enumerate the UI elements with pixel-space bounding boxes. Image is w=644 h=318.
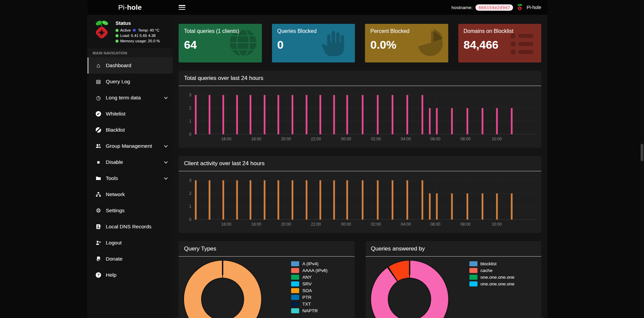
legend-item-any[interactable]: ANY [291, 275, 327, 280]
x-tick-label: 22:00 [311, 137, 321, 141]
legend-swatch [291, 295, 299, 300]
legend-item-aaaa-ipv6[interactable]: AAAA (IPv6) [291, 268, 327, 273]
sidebar-item-label: Logout [106, 240, 122, 246]
legend-swatch [469, 281, 477, 286]
sidebar-item-donate[interactable]: Donate [87, 251, 173, 267]
bar [466, 108, 468, 134]
sidebar-item-disable[interactable]: ■Disable [87, 154, 173, 170]
bar [362, 95, 363, 134]
sidebar-item-query-log[interactable]: ▤Query Log [87, 74, 173, 90]
queries-answered-by-legend: blocklistcacheone.one.one.oneone.one.one… [469, 261, 514, 318]
hostname-badge: 666154e2d947 [475, 4, 513, 11]
sidebar-item-label: Help [106, 272, 117, 278]
navbar: hostname: 666154e2d947 Pi-hole [173, 0, 547, 15]
legend-item-blocklist[interactable]: blocklist [469, 261, 514, 266]
stat-card-percent-blocked: Percent Blocked0.0% [365, 24, 448, 62]
bar [306, 180, 308, 220]
legend-item-txt[interactable]: TXT [291, 302, 327, 307]
x-tick-label: 02:00 [371, 222, 381, 227]
legend-label: NAPTR [302, 308, 318, 313]
sidebar: Status Active Temp: 40 °C Load: 5.41 5.6… [87, 15, 173, 318]
legend-item-soa[interactable]: SOA [291, 288, 327, 293]
legend-label: TXT [302, 302, 311, 307]
bar [406, 95, 408, 134]
bar [195, 95, 197, 134]
home-icon: ⌂ [95, 62, 102, 69]
legend-label: blocklist [480, 261, 497, 266]
address-book-icon [95, 224, 102, 229]
legend-item-a-ipv4[interactable]: A (IPv4) [291, 261, 327, 266]
content-area: Total queries (1 clients)64Queries Block… [173, 15, 547, 318]
legend-label: PTR [302, 295, 311, 300]
sidebar-item-local-dns-records[interactable]: Local DNS Records [87, 219, 173, 235]
legend-item-one-one-one-one[interactable]: one.one.one.one [469, 281, 514, 286]
gridline [193, 121, 537, 121]
pihole-home-link[interactable]: Pi-hole [526, 5, 541, 10]
query-types-donut [184, 261, 261, 318]
sidebar-item-help[interactable]: ?Help [87, 267, 173, 283]
help-icon: ? [95, 272, 102, 278]
sidebar-item-whitelist[interactable]: ✔Whitelist [87, 106, 173, 122]
legend-item-cache[interactable]: cache [469, 268, 514, 273]
summary-cards: Total queries (1 clients)64Queries Block… [179, 24, 541, 62]
bar [421, 95, 423, 134]
folder-icon [95, 176, 102, 181]
bar [222, 95, 224, 134]
x-tick-label: 22:00 [311, 222, 321, 227]
sidebar-item-label: Blacklist [106, 127, 125, 133]
stat-card-title: Total queries (1 clients) [184, 28, 257, 34]
y-tick-label: 2 [183, 106, 191, 110]
sidebar-item-label: Whitelist [106, 111, 126, 117]
gridline [193, 95, 537, 95]
sidebar-item-group-management[interactable]: Group Management [87, 138, 173, 154]
sidebar-item-logout[interactable]: Logout [87, 235, 173, 251]
y-tick-label: 2 [183, 191, 191, 196]
raspberry-icon [516, 4, 523, 11]
scrollbar-thumb[interactable] [641, 144, 643, 161]
chevron-down-icon [164, 144, 168, 147]
bar [292, 95, 293, 134]
stat-card-domains-on-blocklist: Domains on Blocklist84,466 [458, 24, 542, 62]
legend-item-one-one-one-one[interactable]: one.one.one.one [469, 275, 514, 280]
x-tick-label: 16:00 [221, 137, 231, 141]
legend-swatch [291, 268, 299, 273]
x-tick-label: 08:00 [460, 137, 470, 141]
x-tick-label: 08:00 [460, 222, 470, 227]
y-tick-label: 3 [183, 93, 191, 97]
bar [392, 180, 393, 220]
sidebar-item-settings[interactable]: ⚙Settings [87, 202, 173, 219]
sidebar-item-long-term-data[interactable]: ◷Long term data [87, 90, 173, 106]
brand-logo[interactable]: Pi-hole [87, 0, 173, 15]
sidebar-item-blacklist[interactable]: Blacklist [87, 122, 173, 138]
x-tick-label: 02:00 [371, 137, 381, 141]
bar [496, 193, 498, 220]
bar [406, 180, 408, 220]
sidebar-item-label: Settings [106, 208, 125, 214]
stat-card-value: 0.0% [370, 38, 443, 51]
bar [429, 108, 431, 134]
sidebar-item-dashboard[interactable]: ⌂Dashboard [87, 57, 173, 74]
clock-icon: ◷ [95, 95, 102, 101]
x-tick-label: 04:00 [401, 137, 411, 141]
sidebar-item-tools[interactable]: Tools [87, 170, 173, 186]
bar [264, 95, 265, 134]
legend-item-ptr[interactable]: PTR [291, 295, 327, 300]
x-tick-label: 00:00 [341, 222, 351, 227]
bar [511, 193, 513, 220]
gridline [465, 177, 466, 220]
bar [429, 193, 431, 220]
help-icon: ? [96, 272, 101, 278]
bar [451, 108, 453, 134]
bar [333, 95, 335, 134]
y-tick-label: 1 [183, 204, 191, 209]
sidebar-toggle-button[interactable] [179, 5, 185, 10]
legend-item-srv[interactable]: SRV [291, 281, 327, 286]
status-load-label: Load: 5.41 5.65 4.38 [120, 34, 156, 38]
legend-label: SOA [302, 288, 312, 293]
legend-item-naptr[interactable]: NAPTR [291, 308, 327, 313]
status-active-row: Active Temp: 40 °C [116, 28, 160, 32]
sidebar-item-network[interactable]: Network [87, 186, 173, 202]
x-tick-label: 10:00 [492, 137, 502, 141]
legend-label: ANY [302, 275, 312, 280]
legend-swatch [291, 281, 299, 286]
